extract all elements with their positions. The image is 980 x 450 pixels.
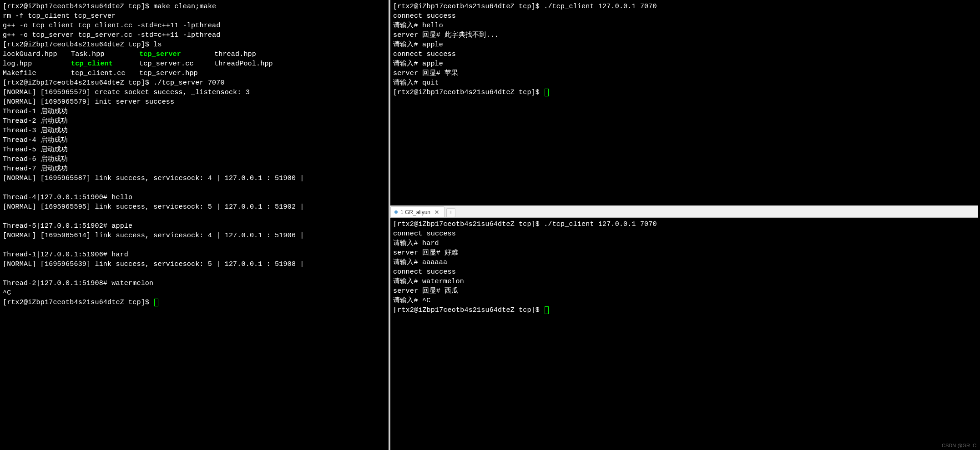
prompt-line: [rtx2@iZbp17ceotb4s21su64dteZ tcp]$ ./tc… <box>393 220 975 229</box>
cursor-icon <box>545 89 549 96</box>
ls-output-row: log.hpp tcp_client tcp_server.cc threadP… <box>3 59 386 69</box>
filename <box>214 69 305 78</box>
log-line: [NORMAL] [1695965579] create socket succ… <box>3 88 386 97</box>
log-line: [NORMAL] [1695965579] init server succes… <box>3 97 386 107</box>
filename: tcp_server.cc <box>139 59 214 69</box>
filename: lockGuard.hpp <box>3 50 71 59</box>
message-line: Thread-1|127.0.0.1:51906# hard <box>3 250 386 260</box>
terminal-pane-left[interactable]: [rtx2@iZbp17ceotb4s21su64dteZ tcp]$ make… <box>0 0 390 450</box>
thread-line: Thread-6 启动成功 <box>3 155 386 164</box>
log-line: [NORMAL] [1695965595] link success, serv… <box>3 202 386 212</box>
command-text: ls <box>153 41 162 49</box>
output-line: 请输入# apple <box>393 40 975 50</box>
output-line: connect success <box>393 11 975 21</box>
command-text: ./tcp_client 127.0.0.1 7070 <box>544 3 657 10</box>
executable-name: tcp_client <box>71 59 139 69</box>
command-text: ./tcp_server 7070 <box>153 79 224 87</box>
blank-line <box>3 240 386 250</box>
output-line: g++ -o tcp_client tcp_client.cc -std=c++… <box>3 21 386 30</box>
filename: tcp_server.hpp <box>139 69 214 78</box>
thread-line: Thread-7 启动成功 <box>3 164 386 174</box>
executable-name: tcp_server <box>139 50 214 59</box>
output-line: server 回显# 苹果 <box>393 69 975 78</box>
terminal-pane-top-right[interactable]: [rtx2@iZbp17ceotb4s21su64dteZ tcp]$ ./tc… <box>390 0 978 206</box>
output-line: g++ -o tcp_server tcp_server.cc -std=c++… <box>3 30 386 40</box>
prompt-line[interactable]: [rtx2@iZbp17ceotb4s21su64dteZ tcp]$ <box>393 88 975 97</box>
output-line: 请输入# hard <box>393 239 975 248</box>
ls-output-row: lockGuard.hpp Task.hpp tcp_server thread… <box>3 50 386 59</box>
output-line: server 回显# 此字典找不到... <box>393 30 975 40</box>
thread-line: Thread-4 启动成功 <box>3 135 386 145</box>
log-line: [NORMAL] [1695965639] link success, serv… <box>3 260 386 269</box>
output-line: connect success <box>393 50 975 59</box>
message-line: Thread-5|127.0.0.1:51902# apple <box>3 221 386 231</box>
output-line: rm -f tcp_client tcp_server <box>3 11 386 21</box>
prompt-line: [rtx2@iZbp17ceotb4s21su64dteZ tcp]$ ./tc… <box>393 2 975 11</box>
blank-line <box>3 269 386 279</box>
message-line: Thread-2|127.0.0.1:51908# watermelon <box>3 279 386 288</box>
output-line: 请输入# watermelon <box>393 277 975 286</box>
terminal-pane-bottom-right[interactable]: [rtx2@iZbp17ceotb4s21su64dteZ tcp]$ ./tc… <box>390 218 978 450</box>
right-column: [rtx2@iZbp17ceotb4s21su64dteZ tcp]$ ./tc… <box>390 0 978 450</box>
output-line: connect success <box>393 229 975 239</box>
cursor-icon <box>154 299 158 306</box>
blank-line <box>3 212 386 221</box>
prompt-line[interactable]: [rtx2@iZbp17ceotb4s21su64dteZ tcp]$ <box>393 305 975 315</box>
close-icon[interactable]: ✕ <box>433 209 440 215</box>
filename: thread.hpp <box>214 50 305 59</box>
output-line: 请输入# apple <box>393 59 975 69</box>
output-line: 请输入# ^C <box>393 296 975 305</box>
prompt-line: [rtx2@iZbp17ceotb4s21su64dteZ tcp]$ make… <box>3 2 386 11</box>
output-line: 请输入# aaaaaa <box>393 258 975 267</box>
cursor-icon <box>545 306 549 314</box>
output-line: 请输入# quit <box>393 78 975 88</box>
thread-line: Thread-5 启动成功 <box>3 145 386 155</box>
filename: Task.hpp <box>71 50 139 59</box>
log-line: [NORMAL] [1695965587] link success, serv… <box>3 174 386 183</box>
tab-bar: 1 GR_aliyun ✕ + <box>390 206 978 218</box>
log-line: [NORMAL] [1695965614] link success, serv… <box>3 231 386 240</box>
prompt-line: [rtx2@iZbp17ceotb4s21su64dteZ tcp]$ ./tc… <box>3 78 386 88</box>
output-line: server 回显# 西瓜 <box>393 286 975 296</box>
thread-line: Thread-2 启动成功 <box>3 116 386 126</box>
filename: log.hpp <box>3 59 71 69</box>
filename: tcp_client.cc <box>71 69 139 78</box>
add-tab-button[interactable]: + <box>446 208 455 217</box>
tab-gr-aliyun[interactable]: 1 GR_aliyun ✕ <box>390 206 445 217</box>
output-line: connect success <box>393 267 975 277</box>
thread-line: Thread-3 启动成功 <box>3 126 386 135</box>
output-line: 请输入# hello <box>393 21 975 30</box>
watermark-text: CSDN @GR_C <box>942 443 976 448</box>
command-text: ./tcp_client 127.0.0.1 7070 <box>544 220 657 228</box>
command-text: make clean;make <box>153 3 216 10</box>
ls-output-row: Makefile tcp_client.cc tcp_server.hpp <box>3 69 386 78</box>
prompt-line: [rtx2@iZbp17ceotb4s21su64dteZ tcp]$ ls <box>3 40 386 50</box>
filename: threadPool.hpp <box>214 59 305 69</box>
status-dot-icon <box>394 210 398 214</box>
tab-label: 1 GR_aliyun <box>400 209 430 215</box>
output-line: server 回显# 好难 <box>393 248 975 258</box>
prompt-line[interactable]: [rtx2@iZbp17ceotb4s21su64dteZ tcp]$ <box>3 298 386 307</box>
filename: Makefile <box>3 69 71 78</box>
thread-line: Thread-1 启动成功 <box>3 107 386 116</box>
sigint-line: ^C <box>3 288 386 298</box>
blank-line <box>3 183 386 193</box>
message-line: Thread-4|127.0.0.1:51900# hello <box>3 193 386 202</box>
